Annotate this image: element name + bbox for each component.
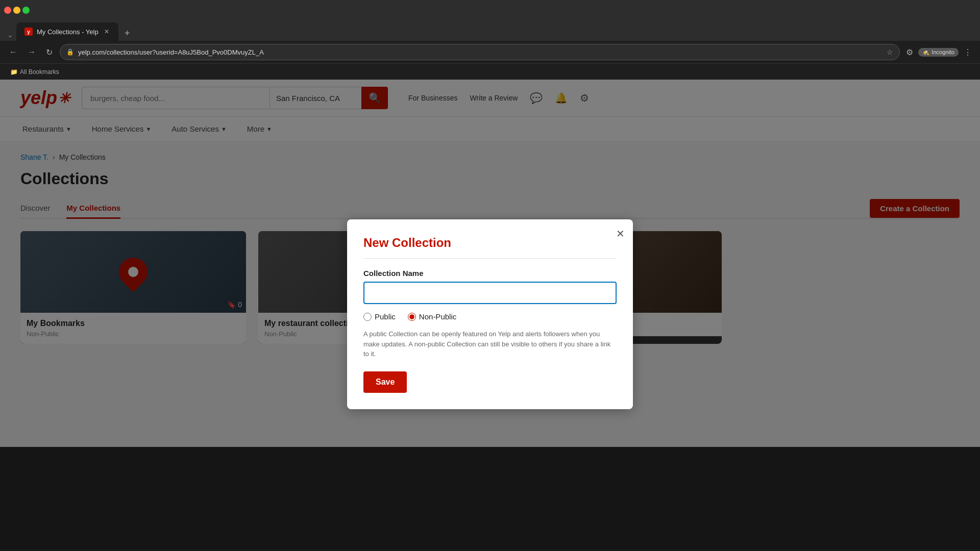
incognito-badge: 🕵 Incognito [918,48,959,57]
modal-description: A public Collection can be openly featur… [363,329,617,359]
incognito-label: Incognito [932,49,954,55]
save-button[interactable]: Save [363,371,407,393]
bookmarks-bar: 📁 All Bookmarks [0,63,980,80]
collection-name-label: Collection Name [363,269,617,278]
incognito-icon: 🕵 [922,49,929,56]
browser-chrome: ⌄ y My Collections - Yelp ✕ + ← → ↻ 🔒 ye… [0,0,980,80]
radio-public[interactable] [363,313,372,321]
browser-toolbar: ← → ↻ 🔒 yelp.com/collections/user?userid… [0,41,980,63]
modal-backdrop: ✕ New Collection Collection Name Public … [0,80,980,549]
folder-icon: 📁 [10,68,18,76]
window-controls [4,7,30,14]
tab-list-btn[interactable]: ⌄ [4,29,16,41]
radio-group: Public Non-Public [363,312,617,321]
radio-nonpublic-option[interactable]: Non-Public [408,312,456,321]
active-tab[interactable]: y My Collections - Yelp ✕ [16,22,118,41]
modal-title: New Collection [363,236,617,259]
radio-public-label: Public [375,312,396,321]
address-text: yelp.com/collections/user?userid=A8uJ5Bo… [78,48,883,56]
bookmark-star-icon[interactable]: ☆ [887,48,893,56]
browser-titlebar [0,0,980,20]
tab-bar: ⌄ y My Collections - Yelp ✕ + [0,20,980,41]
radio-nonpublic-label: Non-Public [419,312,456,321]
radio-nonpublic[interactable] [408,313,416,321]
new-tab-btn[interactable]: + [120,26,134,41]
back-btn[interactable]: ← [6,45,20,59]
refresh-btn[interactable]: ↻ [43,45,56,59]
address-bar[interactable]: 🔒 yelp.com/collections/user?userid=A8uJ5… [60,44,900,60]
collection-name-input[interactable] [363,282,617,304]
radio-public-option[interactable]: Public [363,312,396,321]
lock-icon: 🔒 [66,48,74,56]
bookmarks-folder[interactable]: 📁 All Bookmarks [6,66,63,78]
forward-btn[interactable]: → [24,45,39,59]
minimize-window-btn[interactable] [13,7,20,14]
tab-favicon: y [24,28,33,36]
toolbar-icons: ⚙ 🕵 Incognito ⋮ [904,45,974,59]
menu-btn[interactable]: ⋮ [962,45,974,59]
maximize-window-btn[interactable] [22,7,30,14]
close-window-btn[interactable] [4,7,11,14]
bookmarks-folder-label: All Bookmarks [20,68,59,76]
new-collection-modal: ✕ New Collection Collection Name Public … [347,219,633,409]
tab-title: My Collections - Yelp [37,28,99,36]
modal-close-button[interactable]: ✕ [616,228,625,240]
tab-close-btn[interactable]: ✕ [103,27,110,36]
extensions-btn[interactable]: ⚙ [904,45,915,59]
